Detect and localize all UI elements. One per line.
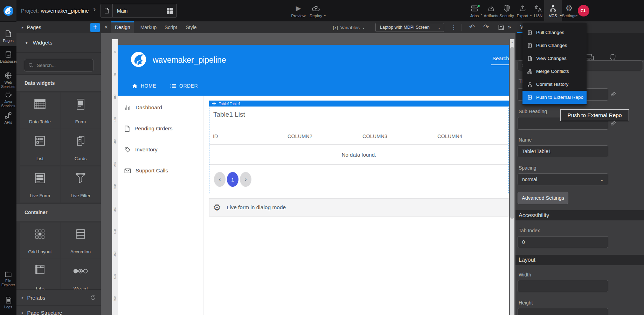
widget-tile-live-form[interactable]: Live Form (20, 166, 60, 203)
scrollbar-thumb[interactable] (510, 47, 514, 219)
pagination-page-1[interactable]: 1 (227, 172, 238, 187)
tab-design[interactable]: Design (111, 21, 134, 33)
deploy-chevron-icon[interactable]: ⌄ (323, 12, 327, 17)
menu-item-pull-changes[interactable]: Pull Changes (522, 26, 587, 39)
rail-item-java-services[interactable]: Java Services (0, 91, 16, 108)
widget-tile-accordion[interactable]: Accordion (61, 222, 101, 259)
collapse-panel-icon[interactable]: « (104, 23, 108, 30)
section-accessibility[interactable]: Accessibility (515, 210, 644, 220)
save-icon[interactable] (498, 24, 505, 31)
section-layout[interactable]: Layout (515, 255, 644, 265)
page-icon (101, 4, 113, 17)
prefabs-caret-icon: ▸ (22, 295, 24, 300)
expand-panel-icon[interactable]: » (508, 23, 511, 30)
pages-section-header[interactable]: ▸ Pages (16, 21, 101, 33)
table-empty-message: No data found. (209, 145, 508, 165)
variables-button[interactable]: {x} Variables ⌄ (333, 21, 365, 33)
advanced-settings-button[interactable]: Advanced Settings (518, 192, 568, 204)
menu-item-merge-conflicts[interactable]: Merge Conflicts (522, 65, 587, 78)
height-input[interactable] (518, 308, 608, 315)
redo-icon[interactable]: ↷ (483, 23, 489, 31)
app-menu-support-calls[interactable]: Support Calls (124, 166, 168, 176)
widget-selection-bar[interactable]: Table1Table1 (209, 101, 509, 107)
page-layout-grid-icon[interactable] (167, 8, 173, 14)
pagination-prev-button[interactable]: ‹ (214, 172, 226, 187)
add-page-button[interactable]: + (90, 23, 100, 32)
page-structure-section-header[interactable]: ▸ Page Structure (16, 306, 101, 315)
canvas-scrollbar[interactable]: ▲ (510, 39, 514, 315)
move-handle-icon[interactable] (212, 102, 216, 105)
app-menu-pending-orders[interactable]: Pending Orders (124, 124, 173, 133)
spacing-label: Spacing (519, 165, 536, 171)
tab-script[interactable]: Script (162, 21, 179, 33)
section-container: Container (16, 204, 101, 221)
widget-tile-grid-layout[interactable]: Grid Layout (20, 222, 60, 259)
title-bind-link-icon[interactable] (610, 91, 616, 97)
user-avatar[interactable]: CL (578, 5, 589, 16)
widget-tile-data-table[interactable]: Data Table (20, 93, 60, 129)
column-header-column3[interactable]: COLUMN3 (362, 133, 387, 139)
menu-item-commit-history[interactable]: Commit History (522, 78, 587, 91)
tabs-icon (20, 263, 60, 275)
menu-item-push-changes[interactable]: Push Changes (522, 39, 587, 52)
tab-index-label: Tab Index (519, 228, 540, 233)
widget-tile-cards[interactable]: Cards (61, 129, 101, 165)
widget-tile-form[interactable]: Form (61, 93, 101, 129)
widgets-section-header[interactable]: ▾ Widgets (16, 33, 101, 53)
name-input[interactable] (518, 145, 608, 157)
rail-item-logs[interactable]: Logs (0, 296, 16, 309)
shield-icon[interactable] (609, 54, 616, 61)
page-tab-main[interactable]: Main (101, 4, 177, 18)
refresh-icon[interactable] (90, 295, 96, 301)
rail-item-web-services[interactable]: Web Services (0, 72, 16, 89)
live-form-widget[interactable]: ⚙ Live form in dialog mode (209, 198, 509, 217)
wavemaker-logo[interactable] (0, 0, 16, 21)
tab-index-input[interactable] (518, 236, 608, 248)
pagination-next-button[interactable]: › (240, 172, 251, 187)
more-menu-icon[interactable]: ⋮ (451, 23, 457, 31)
column-header-column2[interactable]: COLUMN2 (288, 133, 312, 139)
rail-item-databases[interactable]: Databases (0, 51, 16, 63)
column-header-id[interactable]: ID (213, 133, 218, 139)
app-menu-inventory[interactable]: Inventory (124, 145, 158, 155)
responsive-device-icon[interactable] (586, 54, 594, 60)
app-menu-dashboard[interactable]: Dashboard (124, 103, 162, 112)
name-label: Name (519, 137, 532, 143)
tab-style[interactable]: Style (183, 21, 199, 33)
table-title: Table1 List (213, 111, 245, 118)
app-nav-order[interactable]: ORDER (170, 81, 198, 91)
data-table-icon (20, 98, 60, 110)
pages-caret-icon: ▸ (22, 25, 24, 30)
deploy-button[interactable]: Deploy (307, 0, 325, 21)
project-label: Project: (21, 8, 39, 14)
rail-item-file-explorer[interactable]: File Explorer (0, 271, 16, 287)
width-input[interactable] (518, 280, 608, 292)
view-changes-icon (527, 56, 533, 61)
scroll-up-icon[interactable]: ▲ (510, 41, 514, 44)
widget-search-input[interactable]: Search... (24, 59, 94, 71)
widget-tile-list[interactable]: List (20, 129, 60, 165)
menu-item-view-changes[interactable]: View Changes (522, 52, 587, 65)
settings-button[interactable]: ⚙ Settings (560, 0, 578, 21)
globe-icon (0, 72, 16, 79)
column-header-column4[interactable]: COLUMN4 (437, 133, 462, 139)
spacing-select[interactable]: normal ⌄ (518, 173, 608, 185)
tab-markup[interactable]: Markup (139, 21, 158, 33)
live-filter-funnel-icon (61, 172, 101, 184)
rail-item-pages[interactable]: Pages (0, 22, 16, 46)
security-shield-icon (503, 4, 510, 12)
prefabs-section-header[interactable]: ▸ Prefabs (16, 289, 101, 305)
preview-button[interactable]: ▶ Preview (289, 0, 307, 21)
undo-icon[interactable]: ↶ (469, 23, 475, 31)
page-tab-label: Main (117, 8, 167, 14)
app-search-link[interactable]: Search (492, 55, 509, 61)
device-select[interactable]: Laptop with MDPI Screen ⌄ (375, 23, 444, 32)
menu-item-push-to-external-repo[interactable]: Push to External Repo (522, 91, 587, 104)
vcs-branch-icon (549, 4, 557, 12)
app-title: wavemaker_pipeline (153, 55, 226, 65)
widget-tile-live-filter[interactable]: Live Filter (61, 166, 101, 203)
vcs-button[interactable]: VCS (544, 0, 562, 21)
app-nav-home[interactable]: HOME (132, 81, 156, 91)
table-widget-selected[interactable]: Table1Table1 Table1 List ID COLUMN2 COLU… (209, 101, 509, 194)
rail-item-apis[interactable]: APIs (0, 112, 16, 124)
